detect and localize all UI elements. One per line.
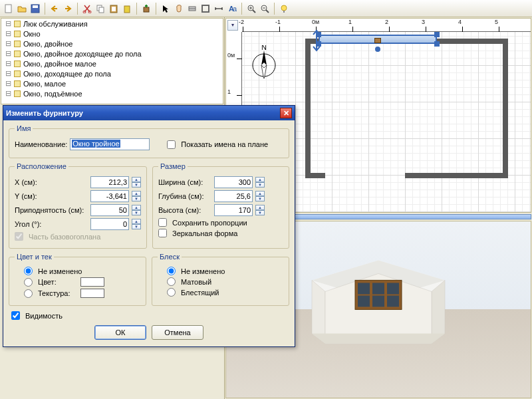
list-item[interactable]: ⊟Окно — [1, 29, 223, 39]
furniture-list[interactable]: ⊟Люк обслуживания⊟Окно⊟Окно, двойное⊟Окн… — [1, 18, 223, 104]
svg-rect-13 — [202, 5, 209, 12]
depth-spinner[interactable]: ▲▼ — [255, 191, 265, 201]
height-spinner[interactable]: ▲▼ — [255, 205, 265, 215]
name-label: Наименование: — [15, 140, 67, 148]
dialog-title: Изменить фурнитуру — [6, 109, 280, 117]
group-location: Расположение X (см): ▲▼ Y (см): ▲▼ Припо… — [9, 162, 147, 249]
ruler-horizontal: -2-10м1234567 — [242, 19, 531, 32]
width-spinner[interactable]: ▲▼ — [255, 177, 265, 188]
mirror-checkbox[interactable] — [158, 229, 167, 237]
group-name: Имя Наименование: Окно тройное Показать … — [9, 124, 289, 158]
selected-window-object[interactable] — [319, 35, 437, 44]
new-icon[interactable] — [3, 3, 15, 15]
svg-rect-8 — [112, 7, 116, 11]
angle-input[interactable] — [90, 218, 129, 230]
furniture-icon — [14, 80, 21, 87]
group-size: Размер Ширина (см): ▲▼ Глубина (см): ▲▼ … — [152, 162, 289, 249]
matte-radio[interactable] — [167, 277, 176, 286]
svg-rect-10 — [144, 7, 149, 12]
redo-icon[interactable] — [62, 3, 74, 15]
paste-icon[interactable] — [108, 3, 120, 15]
furniture-icon — [14, 31, 21, 37]
svg-rect-21 — [283, 11, 285, 13]
elevation-input[interactable] — [90, 204, 129, 216]
y-input[interactable] — [90, 190, 129, 202]
x-spinner[interactable]: ▲▼ — [132, 177, 141, 188]
dimension-icon[interactable] — [213, 3, 225, 15]
shiny-radio[interactable] — [167, 288, 176, 297]
furniture-icon — [14, 21, 21, 27]
svg-line-19 — [266, 10, 269, 13]
list-item[interactable]: ⊟Окно, малое — [1, 78, 223, 88]
group-color: Цвет и тек Не изменено Цвет: Текстура: — [9, 253, 146, 306]
dialog-titlebar[interactable]: Изменить фурнитуру ✕ — [3, 106, 295, 120]
color-unchanged-radio[interactable] — [24, 267, 33, 275]
list-item[interactable]: ⊟Окно, двойное — [1, 39, 223, 49]
undo-icon[interactable] — [49, 3, 61, 15]
list-item[interactable]: ⊟Окно, доходящее до пола — [1, 68, 223, 78]
height-input[interactable] — [214, 204, 253, 216]
room-outline — [305, 39, 508, 178]
show-names-checkbox[interactable] — [167, 140, 176, 149]
list-item[interactable]: ⊟Окно, двойное доходящее до пола — [1, 49, 223, 59]
svg-point-20 — [281, 5, 287, 11]
cut-icon[interactable] — [81, 3, 93, 15]
furniture-icon — [14, 51, 21, 57]
cancel-button[interactable]: Отмена — [152, 325, 203, 340]
list-item[interactable]: ⊟Окно, двойное малое — [1, 59, 223, 68]
svg-rect-6 — [99, 7, 104, 13]
hint-icon[interactable] — [278, 3, 290, 15]
ok-button[interactable]: ОК — [94, 325, 146, 340]
wall-icon[interactable] — [186, 3, 198, 15]
svg-text:N: N — [261, 45, 267, 51]
svg-rect-0 — [5, 5, 11, 13]
depth-input[interactable] — [214, 190, 253, 202]
copy-icon[interactable] — [94, 3, 106, 15]
keep-proportions-checkbox[interactable] — [158, 218, 167, 227]
pointer-icon[interactable] — [160, 3, 172, 15]
baseplan-checkbox — [15, 232, 23, 241]
furniture-icon — [14, 90, 21, 97]
svg-rect-2 — [33, 5, 38, 8]
modify-furniture-dialog: Изменить фурнитуру ✕ Имя Наименование: О… — [3, 105, 295, 347]
color-swatch-button[interactable] — [80, 277, 104, 287]
y-spinner[interactable]: ▲▼ — [132, 191, 141, 201]
name-input[interactable]: Окно тройное — [72, 140, 120, 148]
close-icon[interactable]: ✕ — [280, 108, 292, 118]
text-icon[interactable]: Aa — [226, 3, 238, 15]
angle-spinner[interactable]: ▲▼ — [132, 219, 141, 229]
pan-icon[interactable] — [173, 3, 185, 15]
elevation-spinner[interactable]: ▲▼ — [132, 205, 141, 215]
group-shine: Блеск Не изменено Матовый Блестящий — [152, 253, 289, 306]
visibility-checkbox[interactable] — [11, 311, 20, 320]
compass-icon: N — [247, 45, 281, 78]
furniture-icon — [14, 41, 21, 47]
plan-level-button[interactable]: ▾ — [227, 20, 238, 31]
width-input[interactable] — [214, 176, 253, 188]
add-furniture-icon[interactable] — [140, 3, 152, 15]
delete-icon[interactable] — [121, 3, 133, 15]
texture-swatch-button[interactable] — [80, 289, 104, 298]
room-icon[interactable] — [200, 3, 211, 15]
room-3d-model — [299, 247, 458, 361]
svg-line-17 — [253, 10, 255, 13]
texture-radio[interactable] — [24, 289, 33, 298]
furniture-icon — [14, 70, 21, 77]
shine-unchanged-radio[interactable] — [167, 267, 176, 275]
color-radio[interactable] — [24, 278, 33, 287]
list-item[interactable]: ⊟Окно, подъёмное — [1, 88, 223, 98]
save-icon[interactable] — [29, 3, 41, 15]
zoom-in-icon[interactable] — [245, 3, 257, 15]
zoom-out-icon[interactable] — [259, 3, 271, 15]
main-toolbar: Aa — [0, 0, 532, 17]
open-icon[interactable] — [16, 3, 28, 15]
svg-rect-9 — [124, 6, 130, 13]
list-item[interactable]: ⊟Люк обслуживания — [1, 19, 223, 29]
furniture-icon — [14, 61, 21, 67]
svg-text:a: a — [233, 5, 237, 13]
x-input[interactable] — [90, 176, 129, 188]
